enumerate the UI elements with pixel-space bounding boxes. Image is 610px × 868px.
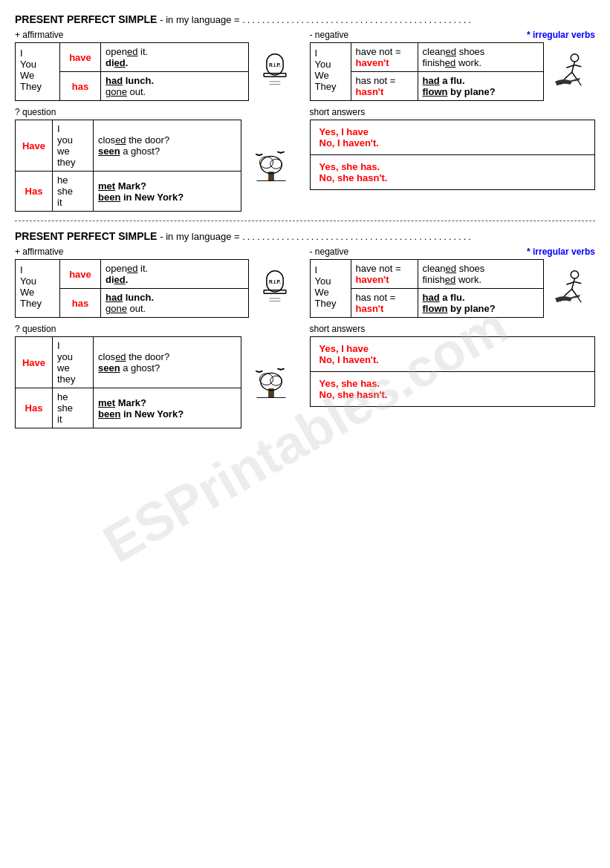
aff-pronouns-2: I You We They [16, 260, 60, 318]
person-svg-2 [550, 268, 588, 307]
gravestone-svg: R.I.P. [256, 51, 294, 90]
table-row: I You We They have opened it. died. R.I.… [16, 43, 301, 72]
irregular-label-2: * irregular verbs [527, 247, 595, 257]
section-1: PRESENT PERFECT SIMPLE - in my language … [15, 13, 595, 212]
affirmative-block-1: + affirmative I You We They have opened … [15, 30, 301, 101]
question-block-1: ? question Have I you we they closed the… [15, 107, 301, 212]
neg-content-1: cleaned shoes finished work. [418, 43, 543, 72]
question-label-1: ? question [15, 107, 301, 117]
sa-yes-have-1: Yes, I have No, I haven't. [310, 120, 595, 155]
short-answers-label-1: short answers [310, 107, 596, 117]
top-row-1: + affirmative I You We They have opened … [15, 30, 595, 101]
aff-has-2: has [60, 289, 101, 318]
gravestone-icon: R.I.P. [249, 43, 301, 101]
neg-has-not-1: has not =hasn't [351, 72, 418, 101]
q-has-1: Has [16, 172, 53, 212]
sa-yes-has-1: Yes, she has. No, she hasn't. [310, 155, 595, 190]
bottom-row-1: ? question Have I you we they closed the… [15, 107, 595, 212]
section-1-title: PRESENT PERFECT SIMPLE - in my language … [15, 13, 595, 25]
svg-point-17 [258, 154, 260, 156]
affirmative-table-2: I You We They have opened it. died. R.I.… [15, 259, 301, 318]
negative-block-2: - negative * irregular verbs I You We Th… [310, 247, 596, 318]
neg-has-not-2: has not =hasn't [351, 289, 418, 318]
table-row: Yes, she has. No, she hasn't. [310, 372, 595, 407]
table-row: Yes, she has. No, she hasn't. [310, 155, 595, 190]
title-bold-2: PRESENT PERFECT SIMPLE [15, 230, 157, 242]
negative-table-2: I You We They have not =haven't cleaned … [310, 259, 596, 318]
aff-content-1: opened it. died. [101, 43, 249, 72]
q-content-have-2: closed the door? seen a ghost? [94, 337, 241, 388]
svg-line-28 [572, 289, 577, 296]
table-row: I You We They have opened it. died. R.I.… [16, 260, 301, 289]
table-row: Yes, I have No, I haven't. [310, 120, 595, 155]
section-divider [15, 221, 595, 221]
q-pronouns-has-1: he she it [53, 172, 94, 212]
svg-point-37 [258, 371, 260, 373]
short-answers-block-2: short answers Yes, I have No, I haven't.… [310, 324, 596, 428]
table-row: Have I you we they closed the door? seen… [16, 120, 301, 172]
negative-label-1: - negative [310, 30, 349, 40]
svg-text:R.I.P.: R.I.P. [269, 62, 281, 68]
svg-line-7 [565, 72, 572, 79]
affirmative-label-1: + affirmative [15, 30, 301, 40]
irregular-label-1: * irregular verbs [527, 30, 595, 40]
affirmative-label-2: + affirmative [15, 247, 301, 257]
svg-line-32 [577, 297, 581, 302]
svg-line-6 [572, 62, 575, 72]
svg-point-36 [270, 376, 282, 385]
sa-yes-have-2: Yes, I have No, I haven't. [310, 337, 595, 372]
aff-content-has-1: had lunch. gone out. [101, 72, 249, 101]
table-row: Have I you we they closed the door? seen… [16, 337, 301, 388]
question-table-1: Have I you we they closed the door? seen… [15, 120, 301, 212]
q-content-have-1: closed the door? seen a ghost? [94, 120, 241, 172]
aff-have-2: have [60, 260, 101, 289]
table-row: I You We They have not =haven't cleaned … [310, 43, 595, 72]
short-answers-block-1: short answers Yes, I have No, I haven't.… [310, 107, 596, 212]
gravestone-svg-2: R.I.P. [256, 268, 294, 307]
table-row: Yes, I have No, I haven't. [310, 337, 595, 372]
negative-block-1: - negative * irregular verbs I You We Th… [310, 30, 596, 101]
tree-ghost-icon-2 [241, 337, 301, 428]
svg-point-25 [571, 271, 578, 278]
tree-ghost-svg-2 [252, 362, 291, 401]
negative-label-2: - negative [310, 247, 349, 257]
q-content-has-1: met Mark? been in New York? [94, 172, 241, 212]
top-row-2: + affirmative I You We They have opened … [15, 247, 595, 318]
svg-line-12 [577, 80, 581, 85]
svg-text:R.I.P.: R.I.P. [269, 279, 281, 284]
neg-pronouns-1: I You We They [310, 43, 351, 101]
section-2-title: PRESENT PERFECT SIMPLE - in my language … [15, 230, 595, 242]
bottom-row-2: ? question Have I you we they closed the… [15, 324, 595, 428]
neg-have-not-1: have not =haven't [351, 43, 418, 72]
neg-content-has-1: had a flu. flown by plane? [418, 72, 543, 101]
tree-ghost-icon [241, 120, 301, 212]
section-2: PRESENT PERFECT SIMPLE - in my language … [15, 230, 595, 428]
svg-line-30 [575, 282, 582, 284]
svg-point-18 [279, 151, 282, 154]
short-answers-table-1: Yes, I have No, I haven't. Yes, she has.… [310, 120, 596, 190]
svg-point-38 [279, 368, 282, 371]
aff-content-has-2: had lunch. gone out. [101, 289, 249, 318]
affirmative-table-1: I You We They have opened it. died. R.I.… [15, 42, 301, 101]
question-table-2: Have I you we they closed the door? seen… [15, 336, 301, 428]
aff-have-1: have [60, 43, 101, 72]
question-label-2: ? question [15, 324, 301, 334]
svg-line-27 [565, 289, 572, 296]
q-has-2: Has [16, 388, 53, 428]
svg-line-10 [575, 65, 582, 67]
q-pronouns-have-1: I you we they [53, 120, 94, 172]
neg-pronouns-2: I You We They [310, 260, 351, 318]
gravestone-icon-2: R.I.P. [249, 260, 301, 318]
running-person-icon [543, 43, 595, 101]
svg-point-5 [571, 54, 578, 62]
svg-line-8 [572, 72, 577, 79]
running-person-icon-2 [543, 260, 595, 318]
tree-ghost-svg [252, 146, 291, 184]
svg-line-26 [572, 278, 575, 289]
short-answers-label-2: short answers [310, 324, 596, 334]
affirmative-block-2: + affirmative I You We They have opened … [15, 247, 301, 318]
title-bold: PRESENT PERFECT SIMPLE [15, 13, 157, 25]
aff-pronouns-1: I You We They [16, 43, 60, 101]
negative-table-1: I You We They have not =haven't cleaned … [310, 42, 596, 101]
q-have-1: Have [16, 120, 53, 172]
